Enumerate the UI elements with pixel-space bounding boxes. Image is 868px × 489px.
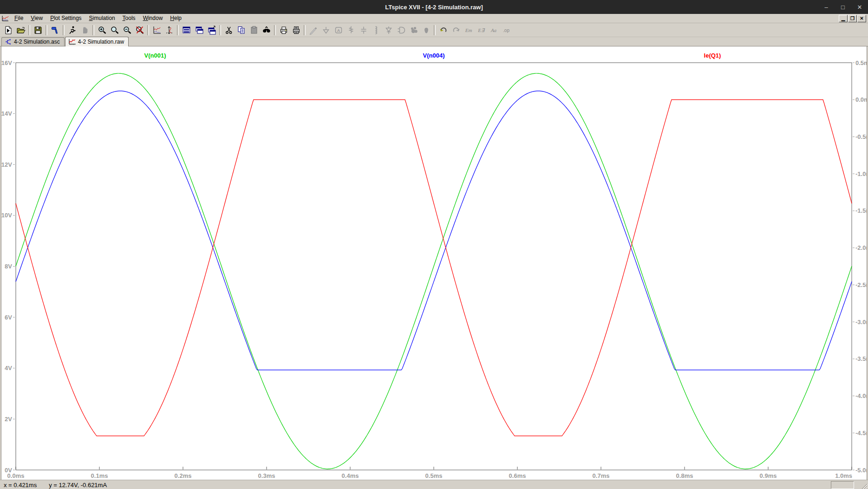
legend-vn004[interactable]: V(n004) [423,52,445,59]
status-panel [831,481,854,489]
mdi-close-button[interactable]: ✕ [857,15,866,22]
autorange-y-icon [165,26,174,35]
zoom-area-icon [110,26,119,35]
menu-view[interactable]: View [27,14,46,22]
cursor-x-readout: x = 0.421ms [4,482,37,489]
window-title: LTspice XVII - [4-2 Simulation.raw] [0,4,868,11]
toolbar-separator [304,25,306,35]
status-bar: x = 0.421ms y = 12.74V, -0.621mA [0,480,868,489]
left-axis-label: 16V [1,59,12,66]
zoom-in-button[interactable] [96,24,108,36]
capacitor-icon [359,26,368,35]
wire-button [307,24,320,36]
title-bar: LTspice XVII - [4-2 Simulation.raw] – □ … [0,0,868,14]
trace-ieq1[interactable] [16,100,852,436]
tab-4-2-simulation-raw[interactable]: 4-2 Simulation.raw [65,37,129,46]
run-button[interactable] [66,24,78,36]
resize-grip[interactable] [861,482,868,489]
left-axis-label: 12V [1,161,12,168]
svg-text:A: A [337,28,340,33]
right-axis-label: -5.0mA [855,467,867,474]
mirror-button: Em [462,24,475,36]
menu-plot-settings[interactable]: Plot Settings [46,14,85,22]
menu-window[interactable]: Window [139,14,167,22]
inductor-icon [372,26,381,35]
waveform-plot-pane[interactable]: 16V14V12V10V8V6V4V2V0V0.5mA0.0mA-0.5mA-1… [1,46,867,480]
time-axis-label: 0.2ms [175,472,192,479]
tab-4-2-simulation-asc[interactable]: 4-2 Simulation.asc [1,37,65,46]
toolbar-separator [274,25,276,35]
mdi-minimize-button[interactable]: ▁ [839,15,848,22]
diode-button [382,24,395,36]
legend-ieq1[interactable]: Ie(Q1) [704,52,721,59]
left-axis-label: 4V [5,365,12,372]
menu-simulation[interactable]: Simulation [85,14,119,22]
svg-text:Aa: Aa [490,27,496,33]
net-label-button: A [332,24,345,36]
right-current-axis[interactable]: 0.5mA0.0mA-0.5mA-1.0mA-1.5mA-2.0mA-2.5mA… [853,59,867,474]
zoom-extents-button[interactable] [133,24,146,36]
new-schematic-button[interactable] [2,24,14,36]
cut-button[interactable] [222,24,235,36]
text-icon: Aa [489,26,498,35]
zoom-out-button[interactable] [121,24,133,36]
trace-vn001[interactable] [16,73,852,469]
left-voltage-axis[interactable]: 16V14V12V10V8V6V4V2V0V [1,59,15,474]
move-icon [409,26,418,35]
mirror-icon: Em [464,26,473,35]
zoom-out-icon [123,26,132,35]
legend-vn001[interactable]: V(n001) [144,52,166,59]
svg-text:.op: .op [503,27,509,33]
time-axis[interactable]: 0.0ms0.1ms0.2ms0.3ms0.4ms0.5ms0.6ms0.7ms… [7,467,852,479]
waveform-pane-button[interactable] [150,24,163,36]
cascade-windows-button[interactable] [193,24,205,36]
open-button[interactable] [14,24,27,36]
right-axis-label: -3.5mA [855,355,867,362]
toolbar: AEmE∃Aa.op [0,23,868,37]
menu-file[interactable]: File [11,14,27,22]
window-controls: – □ ✕ [818,0,868,14]
time-axis-label: 1.0ms [835,472,852,479]
copy-button[interactable] [235,24,248,36]
zoom-area-button[interactable] [108,24,121,36]
right-axis-label: -4.5mA [855,430,867,437]
menu-help[interactable]: Help [166,14,185,22]
mdi-restore-button[interactable]: ❐ [848,15,857,22]
minimize-button[interactable]: – [818,0,835,14]
redo-button [450,24,462,36]
toolbar-separator [434,25,436,35]
wire-icon [309,26,318,35]
rotate-button: E∃ [475,24,487,36]
trace-vn004[interactable] [16,91,852,370]
save-button[interactable] [32,24,44,36]
find-icon [262,26,271,35]
tab-label: 4-2 Simulation.asc [14,39,60,45]
svg-text:Em: Em [464,27,472,33]
run-icon [68,26,77,35]
menu-tools[interactable]: Tools [119,14,139,22]
right-axis-label: 0.5mA [855,59,867,66]
toolbar-separator [46,25,47,35]
zoom-in-icon [98,26,107,35]
control-panel-button[interactable] [49,24,61,36]
autorange-y-button[interactable] [163,24,176,36]
undo-button[interactable] [437,24,450,36]
component-icon [397,26,406,35]
close-button[interactable]: ✕ [851,0,868,14]
tab-label: 4-2 Simulation.raw [78,39,124,45]
capacitor-button [357,24,370,36]
toolbar-separator [28,25,30,35]
maximize-button[interactable]: □ [835,0,851,14]
tile-windows-button[interactable] [180,24,193,36]
restore-windows-button[interactable] [205,24,218,36]
open-icon [16,26,26,35]
toolbar-separator [92,25,94,35]
time-axis-label: 0.4ms [342,472,359,479]
cursor-y-readout: y = 12.74V, -0.621mA [49,482,107,489]
find-button[interactable] [260,24,273,36]
time-axis-label: 0.8ms [676,472,693,479]
menu-bar: FileViewPlot SettingsSimulationToolsWind… [0,14,868,23]
print-preview-button[interactable] [290,24,302,36]
print-button[interactable] [277,24,290,36]
waveform-plot[interactable]: 16V14V12V10V8V6V4V2V0V0.5mA0.0mA-0.5mA-1… [1,46,867,480]
